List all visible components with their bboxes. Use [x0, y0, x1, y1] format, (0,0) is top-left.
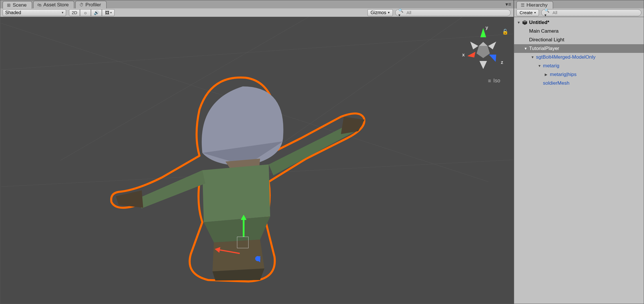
orientation-gizmo[interactable]: y x z — [462, 26, 505, 72]
tab-profiler[interactable]: ⏱ Profiler — [75, 1, 107, 8]
tab-scene[interactable]: ⊞ Scene — [3, 1, 32, 9]
projection-label: Iso — [493, 78, 500, 84]
scene-panel: ⊞ Scene 🛍 Asset Store ⏱ Profiler ▾≡ Shad… — [0, 0, 514, 304]
audio-icon: 🔊 — [94, 10, 99, 15]
item-label: Directional Light — [529, 37, 564, 43]
view-toggle-group: 2D ☼ 🔊 🖼 — [69, 9, 115, 16]
image-icon: 🖼 — [105, 10, 109, 15]
create-button[interactable]: Create — [516, 9, 539, 16]
expand-arrow-icon[interactable] — [538, 64, 542, 68]
tab-hierarchy[interactable]: ☰ Hierarchy — [516, 1, 553, 9]
hierarchy-item-main-camera[interactable]: Main Camera — [514, 27, 644, 36]
hierarchy-icon: ☰ — [520, 3, 525, 8]
hierarchy-item-metarig[interactable]: metarig — [514, 62, 644, 70]
expand-arrow-icon[interactable] — [545, 73, 549, 77]
hierarchy-tree: Untitled* Main Camera Directional Light … — [514, 17, 644, 89]
svg-marker-3 — [470, 42, 478, 49]
hierarchy-item-directional-light[interactable]: Directional Light — [514, 36, 644, 44]
scene-tab-strip: ⊞ Scene 🛍 Asset Store ⏱ Profiler ▾≡ — [0, 0, 514, 8]
axis-z-label: z — [501, 60, 503, 65]
scene-name: Untitled* — [529, 20, 549, 25]
hierarchy-search-input[interactable] — [552, 10, 638, 15]
unity-logo-icon — [522, 20, 527, 25]
selected-object-tutorialplayer[interactable] — [98, 66, 376, 286]
move-handle-plane[interactable] — [237, 237, 249, 248]
expand-arrow-icon[interactable] — [531, 55, 535, 59]
gizmos-label: Gizmos — [371, 10, 386, 15]
axis-x-label: x — [462, 52, 465, 58]
toggle-audio-button[interactable]: 🔊 — [91, 9, 102, 16]
svg-marker-6 — [477, 46, 490, 58]
toggle-2d-button[interactable]: 2D — [69, 9, 80, 16]
expand-arrow-icon[interactable] — [517, 21, 521, 25]
sun-icon: ☼ — [83, 10, 87, 15]
scene-search-input[interactable] — [406, 10, 507, 15]
svg-marker-2 — [489, 55, 496, 62]
svg-marker-7 — [479, 42, 488, 46]
projection-mode[interactable]: ≡ Iso — [488, 78, 500, 84]
hierarchy-item-soldiermesh[interactable]: soldierMesh — [514, 79, 644, 88]
hierarchy-toolbar: Create 🔍▾ — [514, 8, 644, 17]
hierarchy-item-tutorialplayer[interactable]: TutorialPlayer — [514, 44, 644, 53]
scene-icon: ⊞ — [6, 3, 11, 8]
create-label: Create — [520, 10, 533, 15]
hierarchy-search[interactable]: 🔍▾ — [541, 9, 641, 16]
hierarchy-panel: ☰ Hierarchy Create 🔍▾ Untitled* Main Cam… — [514, 0, 644, 304]
item-label: Main Camera — [529, 28, 559, 34]
orientation-gizmo-svg — [462, 26, 505, 72]
search-icon: 🔍▾ — [544, 8, 551, 17]
move-handle-y[interactable] — [243, 219, 244, 237]
tab-label: Profiler — [85, 2, 101, 8]
shading-mode-dropdown[interactable]: Shaded ▾ — [3, 9, 66, 16]
scene-toolbar: Shaded ▾ 2D ☼ 🔊 🖼 Gizmos ▾ 🔍▾ — [0, 8, 514, 17]
svg-marker-0 — [480, 28, 486, 37]
expand-arrow-icon[interactable] — [524, 47, 528, 51]
grid-line — [1, 34, 513, 70]
tab-label: Scene — [13, 2, 27, 8]
hierarchy-tab-strip: ☰ Hierarchy — [514, 0, 644, 8]
toggle-lighting-button[interactable]: ☼ — [80, 9, 91, 16]
hierarchy-item-model[interactable]: sgtBolt4Merged-ModelOnly — [514, 53, 644, 62]
axis-y-label: y — [486, 25, 488, 30]
scene-viewport[interactable]: 🔓 y x z ≡ Iso — [0, 17, 514, 304]
tab-label: Asset Store — [43, 2, 69, 8]
item-label: TutorialPlayer — [529, 46, 559, 51]
shading-mode-value: Shaded — [5, 10, 21, 15]
asset-store-icon: 🛍 — [37, 3, 42, 7]
item-label: sgtBolt4Merged-ModelOnly — [536, 54, 596, 60]
tab-asset-store[interactable]: 🛍 Asset Store — [33, 1, 74, 8]
chevron-down-icon: ▾ — [388, 11, 390, 14]
svg-marker-4 — [488, 42, 496, 49]
search-icon: 🔍▾ — [398, 8, 405, 17]
profiler-icon: ⏱ — [79, 3, 84, 7]
gizmos-dropdown[interactable]: Gizmos ▾ — [367, 9, 393, 16]
toggle-effects-button[interactable]: 🖼 — [102, 9, 115, 16]
svg-marker-5 — [479, 61, 487, 69]
iso-icon: ≡ — [488, 80, 491, 82]
tab-options-menu-icon[interactable]: ▾≡ — [505, 1, 511, 8]
scene-search[interactable]: 🔍▾ — [395, 9, 511, 16]
hierarchy-item-hips[interactable]: metarig|hips — [514, 70, 644, 79]
scene-root[interactable]: Untitled* — [514, 18, 644, 27]
tab-label: Hierarchy — [527, 2, 548, 8]
item-label: metarig — [543, 63, 559, 69]
item-label: metarig|hips — [550, 72, 576, 77]
chevron-down-icon: ▾ — [62, 11, 64, 14]
svg-marker-1 — [467, 52, 475, 58]
item-label: soldierMesh — [543, 80, 570, 86]
